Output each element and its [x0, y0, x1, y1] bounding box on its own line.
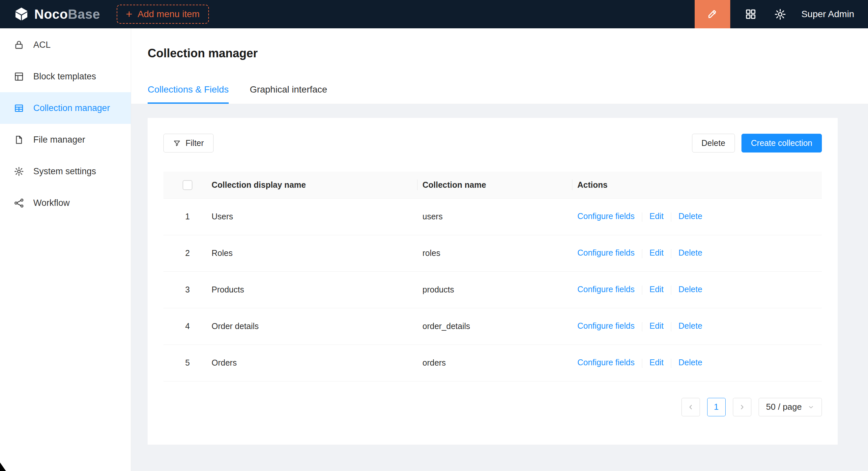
page-size-label: 50 / page [766, 402, 802, 412]
action-divider [671, 285, 671, 295]
action-divider [642, 359, 642, 368]
gear-icon [774, 8, 786, 21]
create-collection-button[interactable]: Create collection [741, 134, 822, 153]
select-all-checkbox[interactable] [183, 180, 192, 190]
cell-display-name: Order details [212, 308, 423, 344]
table-row: 5 Orders orders Configure fieldsEditDele… [163, 344, 822, 381]
row-index: 2 [163, 235, 212, 271]
configure-fields-link[interactable]: Configure fields [577, 211, 635, 221]
toolbar-right: Delete Create collection [692, 134, 822, 153]
apps-grid-button[interactable] [741, 5, 760, 23]
prev-page-button[interactable] [681, 398, 700, 416]
row-index: 1 [163, 198, 212, 235]
action-divider [642, 212, 642, 222]
cell-collection-name: roles [423, 235, 577, 271]
sidebar-item-label: Collection manager [33, 103, 110, 113]
delete-link[interactable]: Delete [679, 211, 702, 221]
sidebar-item-workflow[interactable]: Workflow [0, 187, 131, 219]
row-index: 3 [163, 271, 212, 308]
add-menu-item-button[interactable]: + Add menu item [117, 5, 209, 24]
cell-collection-name: users [423, 198, 577, 235]
ui-editor-button[interactable] [695, 0, 730, 28]
delete-link[interactable]: Delete [679, 248, 702, 257]
tab-graphical-interface[interactable]: Graphical interface [250, 84, 327, 104]
sidebar-item-acl[interactable]: ACL [0, 29, 131, 61]
cell-display-name: Roles [212, 235, 423, 271]
action-divider [671, 212, 671, 222]
cell-actions: Configure fieldsEditDelete [577, 271, 822, 308]
delete-label: Delete [702, 138, 725, 148]
select-all-header [163, 172, 212, 198]
chevron-down-icon [808, 404, 814, 410]
column-actions: Actions [577, 172, 822, 198]
tab-collections-and-fields[interactable]: Collections & Fields [148, 84, 229, 104]
filter-button[interactable]: Filter [163, 134, 214, 153]
edit-link[interactable]: Edit [650, 284, 664, 294]
create-collection-label: Create collection [751, 138, 812, 148]
page-size-select[interactable]: 50 / page [758, 398, 822, 416]
cell-display-name: Users [212, 198, 423, 235]
action-divider [642, 285, 642, 295]
row-index: 5 [163, 344, 212, 381]
chevron-left-icon [687, 403, 694, 411]
settings-button[interactable] [771, 5, 789, 23]
table-toolbar: Filter Delete Create collection [163, 134, 822, 153]
plus-icon: + [126, 8, 132, 20]
edit-link[interactable]: Edit [650, 248, 664, 257]
delete-button[interactable]: Delete [692, 134, 735, 153]
header-actions: Super Admin [695, 0, 868, 28]
user-menu[interactable]: Super Admin [801, 9, 854, 20]
edit-link[interactable]: Edit [650, 211, 664, 221]
delete-link[interactable]: Delete [679, 321, 702, 330]
brand-name-secondary: Base [68, 7, 100, 22]
edit-link[interactable]: Edit [650, 321, 664, 330]
collections-card: Filter Delete Create collection [148, 118, 838, 445]
cell-collection-name: orders [423, 344, 577, 381]
sidebar-item-file-manager[interactable]: File manager [0, 124, 131, 156]
delete-link[interactable]: Delete [679, 284, 702, 294]
configure-fields-link[interactable]: Configure fields [577, 248, 635, 257]
sidebar-item-collection-manager[interactable]: Collection manager [0, 92, 131, 124]
cell-actions: Configure fieldsEditDelete [577, 198, 822, 235]
main-content: Collection manager Collections & Fields … [131, 28, 868, 471]
delete-link[interactable]: Delete [679, 358, 702, 367]
table-row: 3 Products products Configure fieldsEdit… [163, 271, 822, 308]
cell-display-name: Products [212, 271, 423, 308]
next-page-button[interactable] [733, 398, 751, 416]
configure-fields-link[interactable]: Configure fields [577, 321, 635, 330]
sidebar-item-label: Block templates [33, 71, 96, 82]
action-divider [671, 322, 671, 331]
cell-actions: Configure fieldsEditDelete [577, 344, 822, 381]
lock-icon [14, 40, 24, 50]
configure-fields-link[interactable]: Configure fields [577, 358, 635, 367]
sidebar-item-label: ACL [33, 40, 51, 50]
collections-table: Collection display name Collection name … [163, 172, 822, 381]
sidebar-item-system-settings[interactable]: System settings [0, 156, 131, 187]
nocobase-logo[interactable]: NocoBase [14, 7, 100, 22]
cell-actions: Configure fieldsEditDelete [577, 235, 822, 271]
page-header: Collection manager Collections & Fields … [131, 28, 868, 104]
brand-name-primary: Noco [34, 7, 68, 22]
table-row: 1 Users users Configure fieldsEditDelete [163, 198, 822, 235]
content-area: Filter Delete Create collection [131, 104, 868, 445]
cell-actions: Configure fieldsEditDelete [577, 308, 822, 344]
apps-grid-icon [745, 8, 756, 20]
action-divider [642, 322, 642, 331]
brand-name: NocoBase [34, 7, 100, 22]
file-icon [14, 135, 24, 145]
page-title: Collection manager [148, 46, 868, 60]
workflow-icon [14, 198, 24, 208]
cell-display-name: Orders [212, 344, 423, 381]
cell-collection-name: products [423, 271, 577, 308]
sidebar-item-label: File manager [33, 135, 85, 145]
cube-logo-icon [14, 7, 29, 22]
collection-table-icon [14, 103, 24, 113]
block-template-icon [14, 71, 24, 82]
edit-link[interactable]: Edit [650, 358, 664, 367]
cell-collection-name: order_details [423, 308, 577, 344]
sidebar-item-block-templates[interactable]: Block templates [0, 61, 131, 92]
action-divider [671, 249, 671, 258]
page-1-button[interactable]: 1 [707, 398, 726, 416]
configure-fields-link[interactable]: Configure fields [577, 284, 635, 294]
filter-label: Filter [186, 138, 204, 148]
